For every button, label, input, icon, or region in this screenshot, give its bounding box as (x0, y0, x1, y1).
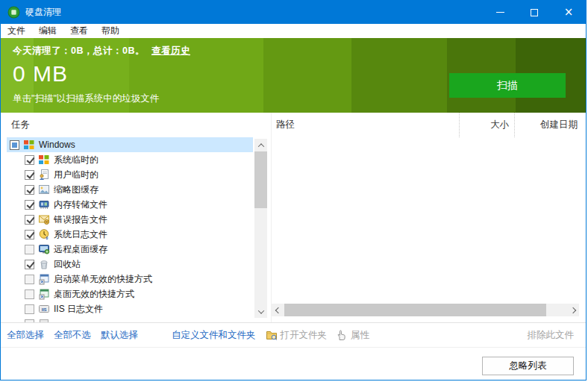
checkbox-windows[interactable] (10, 140, 19, 150)
tree-item-iis-log[interactable]: IISIIS 日志文件 (7, 301, 253, 316)
chevron-right-icon (569, 307, 575, 313)
properties-label: 属性 (351, 329, 369, 342)
windows-logo-icon (38, 154, 50, 166)
checkbox-system-temp[interactable] (25, 155, 34, 165)
tree-item-label: 错误报告文件 (54, 213, 107, 226)
window-controls: × (483, 1, 586, 24)
scrollbar-thumb[interactable] (254, 151, 267, 208)
ignore-list-button[interactable]: 忽略列表 (482, 357, 574, 375)
menu-help[interactable]: 帮助 (95, 24, 126, 38)
tree-item-partial-row[interactable] (7, 316, 253, 322)
error-report-icon (38, 213, 50, 225)
summary-banner: 今天清理了：0B，总计：0B。查看历史 0 MB 单击"扫描"以扫描系统中的垃圾… (1, 38, 586, 113)
checkbox-system-log[interactable] (25, 230, 34, 239)
tree-item-desktop-shortcut[interactable]: 桌面无效的快捷方式 (7, 286, 253, 301)
files-panel: 路径 大小 创建日期 (271, 113, 580, 322)
selection-toolbar: 全部选择 全部不选 默认选择 自定义文件和文件夹 打开文件夹 属性 排除此文件 (1, 322, 586, 347)
generic-file-icon (38, 318, 50, 322)
tree-item-memory-dump[interactable]: 内存转储文件 (7, 197, 253, 212)
recycle-bin-icon (38, 258, 50, 270)
system-log-icon: 0 (38, 228, 50, 240)
open-folder-label: 打开文件夹 (281, 329, 328, 342)
folder-icon (266, 329, 278, 341)
tree-item-label: IIS 日志文件 (54, 303, 103, 316)
select-all-link[interactable]: 全部选择 (7, 329, 44, 342)
broken-shortcut-2-icon (38, 288, 50, 300)
scroll-down-button[interactable] (254, 305, 267, 318)
checkbox-error-report[interactable] (25, 215, 34, 225)
broken-shortcut-icon (38, 273, 50, 285)
tree-item-system-log[interactable]: 0系统日志文件 (7, 227, 253, 242)
checkbox-iis-log[interactable] (25, 304, 34, 314)
select-none-link[interactable]: 全部不选 (54, 329, 91, 342)
tree-item-label: 系统日志文件 (54, 228, 107, 241)
menu-edit[interactable]: 编辑 (32, 24, 63, 38)
tree-item-recycle-bin[interactable]: 回收站 (7, 257, 253, 272)
custom-files-link[interactable]: 自定义文件和文件夹 (172, 329, 256, 342)
thumbnail-icon (38, 184, 50, 195)
memory-chip-icon (38, 198, 50, 210)
scroll-left-button[interactable] (272, 304, 284, 316)
close-icon: × (564, 7, 574, 18)
checkbox-recycle-bin[interactable] (25, 260, 34, 269)
tree-item-startmenu-shortcut[interactable]: 启动菜单无效的快捷方式 (7, 272, 253, 286)
maximize-icon (531, 9, 538, 16)
tree-item-user-temp[interactable]: 用户临时的 (7, 167, 253, 182)
title-bar: 硬盘清理 × (1, 1, 586, 24)
scroll-right-button[interactable] (566, 304, 579, 316)
checkbox-remote-desktop[interactable] (25, 245, 34, 254)
chevron-up-icon (257, 143, 263, 149)
tree-item-label: 系统临时的 (54, 154, 98, 166)
tree-item-label: 用户临时的 (54, 169, 98, 181)
user-file-icon (38, 169, 50, 181)
app-logo-icon (7, 6, 20, 19)
checkbox-thumbnail-cache[interactable] (25, 185, 34, 195)
list-horizontal-scrollbar[interactable] (272, 304, 579, 316)
menu-file[interactable]: 文件 (1, 24, 32, 38)
cleaned-summary-text: 今天清理了：0B，总计：0B。 (13, 46, 145, 56)
exclude-file-button[interactable]: 排除此文件 (528, 329, 575, 342)
close-button[interactable]: × (551, 1, 586, 24)
maximize-button[interactable] (517, 1, 551, 24)
properties-button[interactable]: 属性 (336, 329, 369, 342)
checkbox-memory-dump[interactable] (25, 200, 34, 210)
svg-text:IIS: IIS (42, 307, 47, 312)
tree-item-label: 缩略图缓存 (54, 184, 98, 196)
open-folder-button[interactable]: 打开文件夹 (266, 329, 328, 342)
column-header-size[interactable]: 大小 (459, 113, 514, 137)
checkbox-user-temp[interactable] (25, 170, 34, 180)
tree-item-windows[interactable]: Windows (7, 137, 253, 152)
footer-bar: 忽略列表 (1, 347, 586, 380)
chevron-left-icon (275, 307, 281, 313)
minimize-button[interactable] (483, 1, 517, 24)
task-tree: Windows系统临时的用户临时的缩略图缓存内存转储文件错误报告文件0系统日志文… (7, 137, 267, 322)
checkbox-partial-row[interactable] (25, 319, 34, 323)
tree-item-thumbnail-cache[interactable]: 缩略图缓存 (7, 182, 253, 197)
file-list-empty (272, 137, 580, 322)
tree-item-label: 桌面无效的快捷方式 (54, 288, 134, 301)
windows-logo-icon (23, 139, 35, 151)
chevron-down-icon (257, 307, 263, 313)
tree-item-remote-desktop[interactable]: 远程桌面缓存 (7, 242, 253, 257)
checkbox-desktop-shortcut[interactable] (25, 289, 34, 299)
column-header-date[interactable]: 创建日期 (514, 113, 580, 137)
checkbox-startmenu-shortcut[interactable] (25, 275, 34, 284)
default-select-link[interactable]: 默认选择 (101, 329, 138, 342)
tree-item-system-temp[interactable]: 系统临时的 (7, 152, 253, 167)
tree-item-error-report[interactable]: 错误报告文件 (7, 212, 253, 227)
scrollbar-thumb[interactable] (284, 304, 546, 316)
minimize-icon (496, 12, 504, 13)
tasks-header: 任务 (7, 113, 267, 137)
tree-item-label: 回收站 (54, 258, 81, 271)
view-history-link[interactable]: 查看历史 (151, 46, 190, 56)
scan-button[interactable]: 扫描 (449, 73, 566, 98)
window-title: 硬盘清理 (25, 6, 61, 19)
svg-text:0: 0 (46, 236, 49, 240)
tree-item-label: Windows (39, 140, 75, 150)
menu-view[interactable]: 查看 (63, 24, 95, 38)
tasks-panel: 任务 Windows系统临时的用户临时的缩略图缓存内存转储文件错误报告文件0系统… (7, 113, 267, 322)
scroll-up-button[interactable] (254, 139, 267, 151)
remote-desktop-icon (38, 243, 50, 255)
tree-scrollbar[interactable] (254, 139, 267, 318)
column-header-path[interactable]: 路径 (272, 113, 459, 137)
